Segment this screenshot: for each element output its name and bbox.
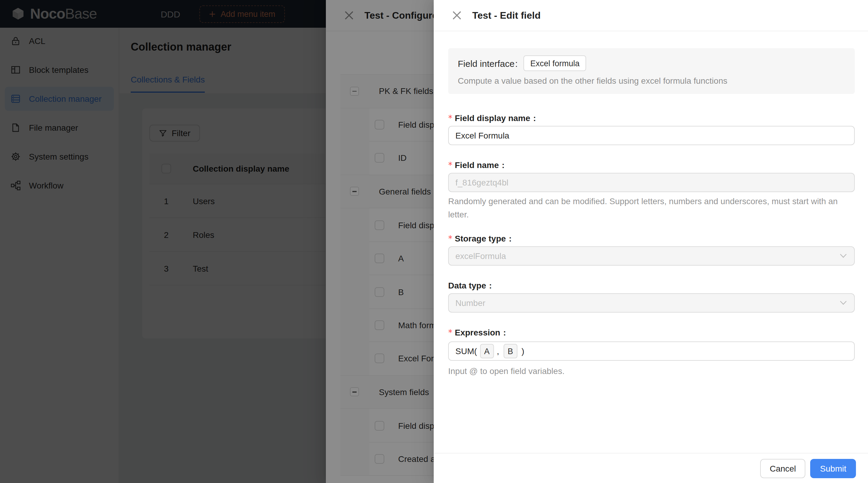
field-interface-description: Compute a value based on the other field… [458, 76, 845, 86]
field-display-name-label: Field display name [448, 111, 536, 125]
expression-prefix: SUM( [455, 346, 477, 356]
close-icon[interactable] [453, 10, 462, 20]
field-display-name-input[interactable]: Excel Formula [448, 126, 855, 145]
field-name-input: f_816geztq4bl [448, 173, 855, 192]
field-interface-label: Field interface [458, 58, 519, 68]
expression-suffix: ) [521, 346, 524, 356]
field-variable-chip-b[interactable]: B [503, 344, 517, 358]
expression-help: Input @ to open field variables. [448, 364, 855, 378]
field-interface-box: Field interface Excel formula Compute a … [448, 48, 855, 94]
storage-type-label: Storage type [448, 232, 512, 245]
expression-input[interactable]: SUM( A , B ) [448, 342, 855, 361]
data-type-select: Number [448, 293, 855, 313]
chevron-down-icon [840, 300, 847, 305]
cancel-button[interactable]: Cancel [760, 459, 806, 478]
field-name-help: Randomly generated and can be modified. … [448, 195, 855, 221]
submit-button[interactable]: Submit [810, 459, 856, 478]
expression-label: Expression [448, 326, 506, 339]
edit-field-drawer: Test - Edit field Field interface Excel … [434, 0, 868, 483]
expression-comma: , [497, 346, 499, 356]
storage-type-select: excelFormula [448, 246, 855, 266]
chevron-down-icon [840, 254, 847, 258]
app-root: NocoBase DDD Add menu item ACL B [0, 0, 868, 483]
drawer-header: Test - Edit field [434, 0, 868, 31]
data-type-label: Data type [448, 279, 492, 292]
field-variable-chip-a[interactable]: A [480, 344, 494, 358]
drawer-title: Test - Edit field [472, 10, 540, 21]
field-interface-tag: Excel formula [524, 55, 586, 71]
drawer-footer: Cancel Submit [434, 453, 868, 483]
field-name-label: Field name [448, 158, 504, 172]
